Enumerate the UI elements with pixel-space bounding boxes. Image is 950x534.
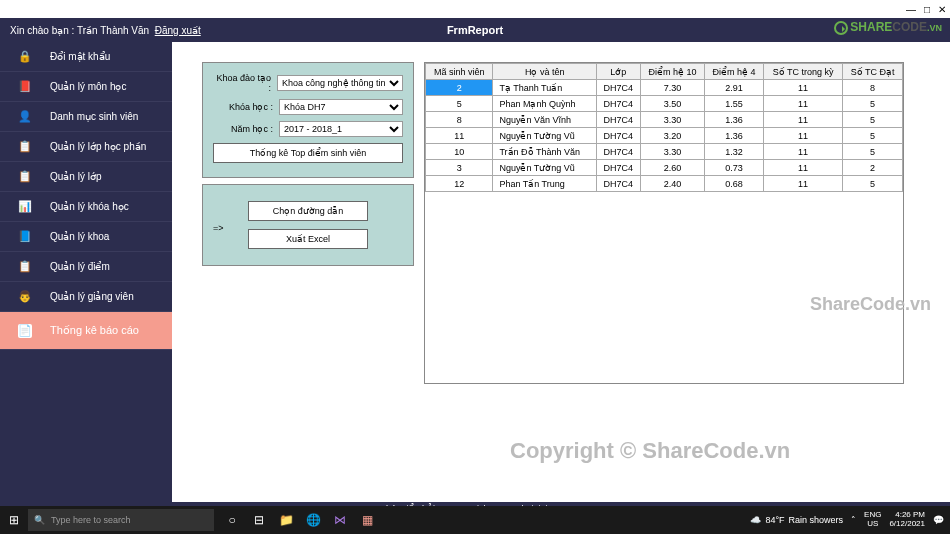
table-row[interactable]: 12Phan Tấn TrungDH7C42.400.68115	[426, 176, 903, 192]
table-row[interactable]: 2Tạ Thanh TuấnDH7C47.302.91118	[426, 80, 903, 96]
logo-icon	[834, 21, 848, 35]
weather-widget[interactable]: ☁️ 84°F Rain showers	[750, 515, 843, 525]
minimize-button[interactable]: —	[906, 4, 916, 15]
sidebar-item-3[interactable]: 📋Quản lý lớp học phần	[0, 132, 172, 162]
export-excel-button[interactable]: Xuất Excel	[248, 229, 368, 249]
sidebar-item-6[interactable]: 📘Quản lý khoa	[0, 222, 172, 252]
vs-icon[interactable]: ⋈	[328, 508, 352, 532]
watermark-large: Copyright © ShareCode.vn	[510, 438, 790, 464]
sidebar-icon: 📄	[18, 324, 32, 338]
sidebar-item-8[interactable]: 👨Quản lý giảng viên	[0, 282, 172, 312]
table-row[interactable]: 8Nguyễn Văn VĩnhDH7C43.301.36115	[426, 112, 903, 128]
table-header[interactable]: Điểm hệ 10	[640, 64, 705, 80]
table-cell: 1.32	[705, 144, 764, 160]
table-header[interactable]: Số TC trong kỳ	[764, 64, 843, 80]
export-panel: Chọn đường dẫn => Xuất Excel	[202, 184, 414, 266]
table-cell: Trần Đỗ Thành Văn	[493, 144, 597, 160]
language-indicator[interactable]: ENGUS	[864, 511, 881, 529]
table-cell: DH7C4	[597, 96, 641, 112]
sidebar-label: Quản lý khóa học	[50, 201, 129, 212]
table-header[interactable]: Mã sinh viên	[426, 64, 493, 80]
table-cell: 1.55	[705, 96, 764, 112]
table-cell: 2.40	[640, 176, 705, 192]
close-button[interactable]: ✕	[938, 4, 946, 15]
sidebar-item-9[interactable]: 📄Thống kê báo cáo	[0, 312, 172, 350]
table-cell: 3	[426, 160, 493, 176]
table-cell: 11	[764, 128, 843, 144]
table-cell: 5	[843, 144, 903, 160]
stats-top-button[interactable]: Thống kê Top điểm sinh viên	[213, 143, 403, 163]
sidebar-item-5[interactable]: 📊Quản lý khóa học	[0, 192, 172, 222]
notifications-icon[interactable]: 💬	[933, 515, 944, 525]
table-row[interactable]: 5Phan Mạnh QuỳnhDH7C43.501.55115	[426, 96, 903, 112]
table-cell: Nguyễn Văn Vĩnh	[493, 112, 597, 128]
select-namhoc[interactable]: 2017 - 2018_1	[279, 121, 403, 137]
table-header[interactable]: Lớp	[597, 64, 641, 80]
taskbar-clock[interactable]: 4:26 PM6/12/2021	[889, 511, 925, 529]
table-cell: DH7C4	[597, 160, 641, 176]
app-icon[interactable]: ▦	[355, 508, 379, 532]
sidebar: 🔒Đổi mật khẩu📕Quản lý môn học👤Danh mục s…	[0, 42, 172, 502]
student-table: Mã sinh viênHọ và tênLớpĐiểm hệ 10Điểm h…	[425, 63, 903, 192]
sidebar-icon: 📋	[18, 170, 32, 184]
select-khoahoc[interactable]: Khóa DH7	[279, 99, 403, 115]
search-placeholder: Type here to search	[51, 515, 131, 525]
label-khoahoc: Khóa học :	[213, 102, 279, 112]
tray-arrow-icon[interactable]: ˄	[851, 515, 856, 525]
table-cell: DH7C4	[597, 112, 641, 128]
sidebar-icon: 📘	[18, 230, 32, 244]
explorer-icon[interactable]: 📁	[274, 508, 298, 532]
sidebar-icon: 🔒	[18, 50, 32, 64]
data-table-container: Mã sinh viênHọ và tênLớpĐiểm hệ 10Điểm h…	[424, 62, 904, 384]
sidebar-icon: 📕	[18, 80, 32, 94]
sidebar-label: Quản lý giảng viên	[50, 291, 134, 302]
sidebar-label: Thống kê báo cáo	[50, 324, 139, 337]
select-khoa[interactable]: Khoa công nghệ thông tin	[277, 75, 403, 91]
sidebar-label: Quản lý điểm	[50, 261, 110, 272]
table-cell: 11	[764, 176, 843, 192]
table-cell: 8	[426, 112, 493, 128]
table-header[interactable]: Họ và tên	[493, 64, 597, 80]
table-cell: Nguyễn Tường Vũ	[493, 128, 597, 144]
table-row[interactable]: 10Trần Đỗ Thành VănDH7C43.301.32115	[426, 144, 903, 160]
table-cell: 11	[764, 144, 843, 160]
table-row[interactable]: 11Nguyễn Tường VũDH7C43.201.36115	[426, 128, 903, 144]
taskbar-search[interactable]: 🔍 Type here to search	[28, 509, 214, 531]
table-cell: 10	[426, 144, 493, 160]
sidebar-icon: 📊	[18, 200, 32, 214]
filter-panel: Khoa đào tạo : Khoa công nghệ thông tin …	[202, 62, 414, 178]
sidebar-item-0[interactable]: 🔒Đổi mật khẩu	[0, 42, 172, 72]
sidebar-item-7[interactable]: 📋Quản lý điểm	[0, 252, 172, 282]
greeting: Xin chào bạn : Trần Thành Văn Đăng xuất	[0, 25, 201, 36]
table-cell: 5	[843, 96, 903, 112]
arrow-label: =>	[213, 223, 224, 233]
table-cell: 11	[764, 112, 843, 128]
sidebar-label: Quản lý môn học	[50, 81, 126, 92]
sidebar-item-4[interactable]: 📋Quản lý lớp	[0, 162, 172, 192]
app-header: Xin chào bạn : Trần Thành Văn Đăng xuất …	[0, 18, 950, 42]
table-cell: 11	[764, 160, 843, 176]
sidebar-item-2[interactable]: 👤Danh mục sinh viên	[0, 102, 172, 132]
sidebar-label: Quản lý lớp	[50, 171, 101, 182]
table-cell: 11	[764, 80, 843, 96]
table-cell: 12	[426, 176, 493, 192]
table-cell: 3.20	[640, 128, 705, 144]
sidebar-icon: 👤	[18, 110, 32, 124]
maximize-button[interactable]: □	[924, 4, 930, 15]
sidebar-item-1[interactable]: 📕Quản lý môn học	[0, 72, 172, 102]
edge-icon[interactable]: 🌐	[301, 508, 325, 532]
logout-link[interactable]: Đăng xuất	[155, 25, 201, 36]
table-cell: Tạ Thanh Tuấn	[493, 80, 597, 96]
weather-temp: 84°F	[765, 515, 784, 525]
table-header[interactable]: Số TC Đạt	[843, 64, 903, 80]
table-header[interactable]: Điểm hệ 4	[705, 64, 764, 80]
choose-path-button[interactable]: Chọn đường dẫn	[248, 201, 368, 221]
start-button[interactable]: ⊞	[0, 513, 28, 527]
table-cell: 7.30	[640, 80, 705, 96]
table-cell: 0.73	[705, 160, 764, 176]
table-cell: 5	[843, 176, 903, 192]
table-row[interactable]: 3Nguyễn Tường VũDH7C42.600.73112	[426, 160, 903, 176]
cortana-icon[interactable]: ○	[220, 508, 244, 532]
search-icon: 🔍	[34, 515, 45, 525]
task-view-icon[interactable]: ⊟	[247, 508, 271, 532]
